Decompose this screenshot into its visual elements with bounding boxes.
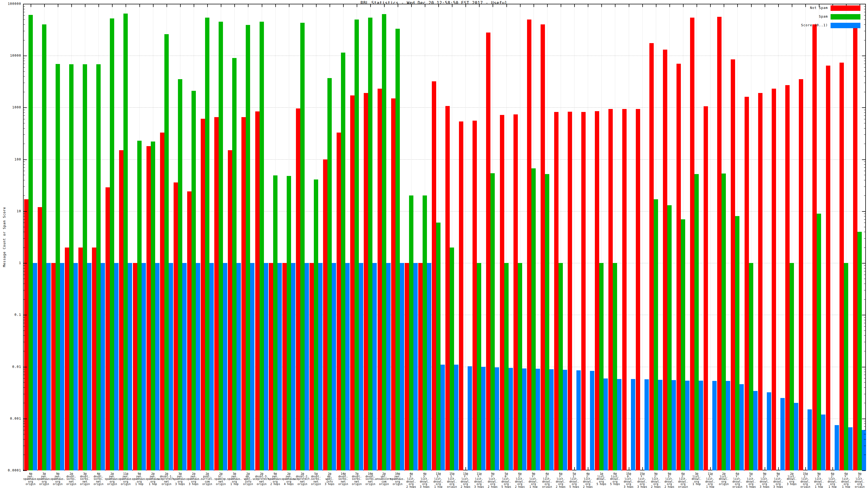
legend-label: Spam [755, 14, 828, 19]
y-tick-minor [23, 421, 25, 421]
x-tick-top [724, 4, 724, 7]
bar-score [169, 263, 173, 470]
bar-score [767, 392, 771, 470]
y-tick-minor [23, 268, 25, 268]
y-tick-minor [23, 214, 25, 214]
x-tick-top [656, 4, 656, 7]
bar-spam [613, 263, 617, 470]
bar-spam [368, 18, 372, 470]
bar-score [305, 263, 309, 470]
y-tick-minor [864, 265, 866, 266]
x-tick-top [533, 4, 534, 7]
y-tick-minor [23, 439, 25, 440]
x-tick-top [465, 4, 466, 7]
bar-score [223, 263, 227, 470]
bar-not-spam [241, 117, 246, 470]
bar-score [821, 415, 826, 470]
y-tick-major [23, 159, 27, 160]
y-tick-label: 1 [0, 261, 21, 265]
x-tick-top [642, 4, 643, 7]
bar-score [427, 263, 431, 470]
bar-spam [300, 23, 305, 470]
x-tick-top [370, 4, 371, 7]
y-tick-major [862, 367, 866, 367]
bar-not-spam [486, 33, 490, 470]
y-tick-major [862, 419, 866, 419]
bar-not-spam [609, 109, 613, 470]
bar-not-spam [323, 159, 328, 470]
y-tick-minor [864, 134, 866, 135]
bar-spam [504, 263, 508, 470]
y-tick-minor [23, 326, 25, 327]
bar-spam [667, 205, 672, 470]
bar-spam [681, 219, 685, 470]
x-tick-top [248, 4, 248, 7]
bar-spam [545, 174, 549, 470]
bar-not-spam [214, 117, 219, 470]
y-tick-major [862, 211, 866, 212]
bar-spam [789, 263, 794, 470]
y-tick-label: 10000 [0, 54, 21, 58]
y-tick-major [23, 107, 27, 108]
bar-spam [844, 263, 848, 470]
bar-spam [164, 34, 169, 470]
bar-score [603, 379, 608, 470]
y-tick-minor [23, 455, 25, 455]
bar-spam [858, 232, 862, 470]
bar-score [196, 263, 200, 470]
y-tick-minor [23, 92, 25, 92]
bar-not-spam [364, 93, 368, 470]
bar-spam [518, 263, 522, 470]
bar-score [577, 370, 581, 470]
bar-not-spam [255, 111, 259, 470]
y-tick-minor [23, 423, 25, 424]
y-tick-minor [23, 248, 25, 248]
bar-spam [314, 180, 318, 470]
y-tick-minor [864, 378, 866, 379]
y-tick-minor [864, 219, 866, 220]
y-tick-minor [864, 320, 866, 320]
bar-not-spam [636, 109, 640, 470]
bar-not-spam [378, 89, 382, 470]
bar-spam [694, 174, 699, 470]
y-tick-minor [864, 426, 866, 427]
x-tick-top [479, 4, 479, 7]
x-tick-top [737, 4, 738, 7]
y-tick-minor [864, 421, 866, 421]
y-tick-minor [23, 430, 25, 430]
y-tick-minor [23, 284, 25, 284]
bar-spam [328, 78, 332, 470]
bar-not-spam [391, 98, 396, 470]
y-tick-minor [23, 299, 25, 300]
x-tick-top [194, 4, 194, 7]
y-tick-minor [23, 274, 25, 275]
y-tick-minor [23, 12, 25, 12]
y-tick-minor [864, 12, 866, 12]
bar-not-spam [799, 79, 803, 470]
x-tick-top [140, 4, 140, 7]
x-tick-bottom [629, 467, 629, 470]
y-tick-minor [864, 446, 866, 446]
y-tick-minor [864, 268, 866, 268]
y-tick-minor [864, 271, 866, 271]
y-tick-minor [23, 434, 25, 434]
y-tick-minor [864, 119, 866, 119]
x-tick-bottom [465, 467, 466, 470]
y-tick-label: 0.001 [0, 417, 21, 421]
y-tick-minor [23, 351, 25, 351]
bar-not-spam [51, 263, 56, 470]
y-tick-minor [23, 116, 25, 116]
bar-not-spam [24, 199, 29, 470]
bar-spam [354, 20, 359, 470]
y-tick-major [23, 367, 27, 367]
bar-score [712, 381, 717, 470]
bar-score [237, 263, 241, 470]
bar-not-spam [772, 89, 776, 470]
bar-spam [110, 19, 114, 470]
x-tick-top [670, 4, 670, 7]
bar-not-spam [65, 248, 69, 470]
y-tick-minor [864, 335, 866, 336]
bar-score [807, 410, 812, 470]
y-tick-minor [864, 24, 866, 25]
y-tick-minor [864, 15, 866, 15]
